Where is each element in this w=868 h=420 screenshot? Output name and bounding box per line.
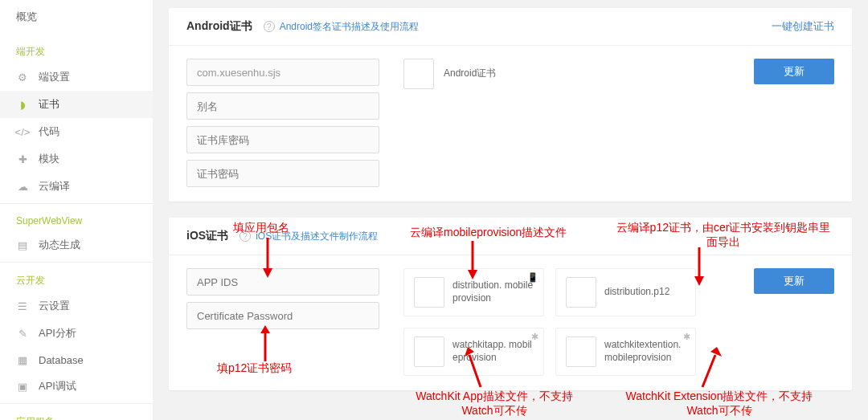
android-certpw-input[interactable] [186,160,379,187]
upload-label: watchkitextention. mobileprovision [604,339,686,364]
cloud-icon: ☁ [16,180,29,193]
terminal-icon: ▣ [16,380,29,393]
sidebar-item-label: 云设置 [39,299,70,313]
sidebar-item-label: 云编译 [39,179,70,194]
ios-upload-slot[interactable]: watchkitapp. mobileprovision✱ [403,328,544,376]
sidebar-item[interactable]: ▤动态生成 [0,231,153,259]
sidebar-group-title: 云开发 [0,266,153,292]
sidebar-group-title: 端开发 [0,37,153,63]
sidebar-item-label: 代码 [39,124,59,139]
slot-badge-icon: 📱 [527,272,538,283]
android-alias-input[interactable] [186,92,379,120]
settings-icon: ☰ [16,300,29,312]
content-area: Android证书 ? Android签名证书描述及使用流程 一键创建证书 An… [153,0,868,420]
android-storepw-input[interactable] [186,126,379,153]
sidebar-item-label: 端设置 [39,70,70,84]
android-cert-panel: Android证书 ? Android签名证书描述及使用流程 一键创建证书 An… [169,8,852,202]
sidebar-item[interactable]: ✎API分析 [0,320,153,347]
sidebar-item-label: API分析 [39,326,76,340]
sidebar: 概览 端开发⚙端设置◗证书</>代码✚模块☁云编译SuperWebView▤动态… [0,0,153,420]
upload-label: watchkitapp. mobileprovision [452,339,534,364]
sidebar-item[interactable]: ▦Database [0,347,153,373]
upload-box[interactable] [566,277,596,308]
sidebar-overview[interactable]: 概览 [0,0,153,34]
panel-body: distribution. mobileprovision📱distributi… [169,255,852,390]
sidebar-item[interactable]: ☁云编译 [0,173,153,200]
puzzle-icon: ✚ [16,153,29,165]
help-icon: ? [264,21,275,32]
sidebar-item-label: API调试 [39,379,76,393]
tag-icon: ◗ [16,98,29,111]
ios-upload-grid: distribution. mobileprovision📱distributi… [403,268,709,376]
sidebar-item[interactable]: ◗证书 [0,91,153,118]
ios-upload-slot[interactable]: distribution.p12 [555,268,696,316]
ios-cert-panel: iOS证书 ? iOS证书及描述文件制作流程 distribution. mob… [169,218,852,390]
help-text: Android签名证书描述及使用流程 [280,20,419,34]
sidebar-item[interactable]: ▣API调试 [0,373,153,400]
upload-label: Android证书 [444,67,496,80]
sidebar-item-label: Database [39,354,84,366]
ios-form [186,268,379,329]
ios-upload-slot[interactable]: distribution. mobileprovision📱 [403,268,544,316]
database-icon: ▦ [16,353,29,366]
layers-icon: ▤ [16,239,29,251]
sidebar-item[interactable]: </>代码 [0,118,153,145]
sidebar-item[interactable]: ⚙端设置 [0,63,153,91]
android-cert-upload[interactable]: Android证书 [403,59,496,89]
sidebar-group-title: 应用服务 [0,407,153,420]
android-help-link[interactable]: ? Android签名证书描述及使用流程 [264,20,419,34]
upload-label: distribution.p12 [604,286,669,299]
slot-badge-icon: ✱ [683,332,690,342]
sidebar-item-label: 动态生成 [39,238,80,252]
sidebar-item-label: 模块 [39,152,59,166]
help-icon: ? [240,230,251,242]
panel-title: iOS证书 [186,229,228,243]
ios-certpw-input[interactable] [186,302,379,329]
android-package-input[interactable] [186,59,379,86]
help-text: iOS证书及描述文件制作流程 [256,230,378,243]
panel-body: Android证书 更新 [169,46,852,202]
one-click-create-link[interactable]: 一键创建证书 [772,19,834,34]
ios-upload-slot[interactable]: watchkitextention. mobileprovision✱ [555,328,696,376]
sidebar-item-label: 证书 [39,97,59,112]
android-update-button[interactable]: 更新 [754,59,834,84]
panel-title: Android证书 [186,19,252,34]
upload-box[interactable] [414,277,444,308]
ios-update-button[interactable]: 更新 [754,268,834,294]
sidebar-item[interactable]: ☰云设置 [0,292,153,320]
upload-box[interactable] [414,336,444,367]
code-icon: </> [16,125,29,138]
sidebar-item[interactable]: ✚模块 [0,145,153,173]
gear-icon: ⚙ [16,71,29,84]
upload-box[interactable] [403,59,434,89]
sidebar-group-title: SuperWebView [0,207,153,231]
upload-label: distribution. mobileprovision [452,279,534,304]
ios-appids-input[interactable] [186,268,379,296]
android-form [186,59,379,187]
chart-icon: ✎ [16,327,29,340]
slot-badge-icon: ✱ [531,332,538,342]
panel-header: Android证书 ? Android签名证书描述及使用流程 一键创建证书 [169,8,852,46]
upload-box[interactable] [566,336,596,367]
panel-header: iOS证书 ? iOS证书及描述文件制作流程 [169,218,852,255]
ios-help-link[interactable]: ? iOS证书及描述文件制作流程 [240,230,378,243]
